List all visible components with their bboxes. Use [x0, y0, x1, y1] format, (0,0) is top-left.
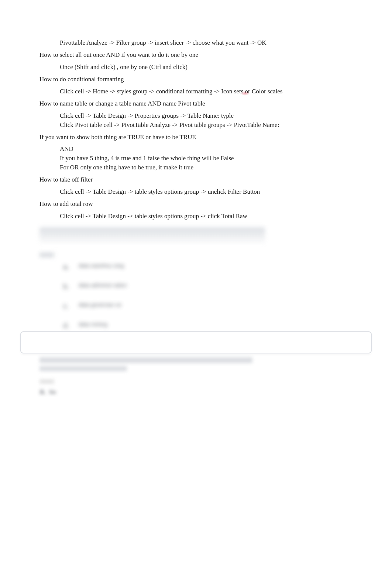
- answer-text: data warehou sing: [79, 262, 124, 269]
- blurred-content-top: a. data warehou sing b. data administ ra…: [39, 227, 353, 331]
- list-item: Click cell -> Table Design -> Properties…: [39, 112, 353, 120]
- answer-row: c. data governan ce: [63, 301, 353, 311]
- list-item: For OR only one thing have to be true, i…: [39, 163, 353, 172]
- answer-letter: c.: [63, 301, 69, 311]
- heading-add-total-row: How to add total row: [39, 200, 353, 208]
- ghost-question-heading: [39, 227, 265, 245]
- bullet-list: Click cell -> Table Design -> table styl…: [39, 212, 353, 221]
- ghost-question2-subheading: [39, 366, 127, 371]
- list-item-text: Click cell -> Table Design -> table styl…: [60, 212, 247, 221]
- list-item-text: Click cell -> Table Design -> Properties…: [60, 112, 234, 120]
- heading-take-off-filter: How to take off filter: [39, 176, 353, 184]
- heading-conditional-formatting: How to do conditional formatting: [39, 75, 353, 84]
- answer-letter: a.: [39, 386, 48, 397]
- heading-name-table: How to name table or change a table name…: [39, 100, 353, 108]
- bullet-list: AND If you have 5 thing, 4 is true and 1…: [39, 145, 353, 172]
- bullet-list: Pivottable Analyze -> Filter group -> in…: [39, 39, 353, 47]
- list-item-text: For OR only one thing have to be true, i…: [60, 163, 193, 172]
- answer-letter: a.: [63, 262, 69, 272]
- bullet-list: Click cell -> Table Design -> Properties…: [39, 112, 353, 130]
- list-item: Click Pivot table cell -> PivotTable Ana…: [39, 121, 353, 130]
- paywall-overlay-bar: [20, 331, 372, 353]
- ghost-answer-label: [39, 252, 54, 258]
- list-item: Once (Shift and click) , one by one (Ctr…: [39, 63, 353, 72]
- list-item: Click cell -> Home -> styles group -> co…: [39, 87, 353, 96]
- ghost-question2-heading: [39, 357, 252, 363]
- answer-letter: b.: [63, 282, 69, 292]
- blurred-content-bottom: a. file: [39, 357, 353, 397]
- list-item-text: AND: [60, 145, 73, 154]
- heading-true-logic: If you want to show both thing are TRUE …: [39, 133, 353, 142]
- answer-row: d. data mining: [63, 321, 353, 331]
- answer-row: a. file: [39, 386, 353, 397]
- list-item-text: Click Pivot table cell -> PivotTable Ana…: [60, 121, 279, 130]
- bullet-list: Click cell -> Home -> styles group -> co…: [39, 87, 353, 96]
- heading-select-all: How to select all out once AND if you wa…: [39, 51, 353, 59]
- list-item: Click cell -> Table Design -> table styl…: [39, 188, 353, 196]
- answer-letter: d.: [63, 321, 69, 331]
- answer-row: b. data administ ration: [63, 282, 353, 292]
- answer-text: data administ ration: [79, 282, 127, 289]
- answer-text: file: [49, 389, 56, 395]
- list-item-text: Click cell -> Table Design -> table styl…: [60, 188, 260, 196]
- list-item: If you have 5 thing, 4 is true and 1 fal…: [39, 154, 353, 163]
- ghost-answer-label: [39, 379, 54, 384]
- bullet-list: Click cell -> Table Design -> table styl…: [39, 188, 353, 196]
- list-item: Click cell -> Table Design -> table styl…: [39, 212, 353, 221]
- list-item-text: If you have 5 thing, 4 is true and 1 fal…: [60, 154, 234, 163]
- answer-text: data mining: [79, 321, 107, 328]
- text-span: Click cell -> Home -> styles group -> co…: [60, 88, 245, 95]
- answer-row: a. data warehou sing: [63, 262, 353, 272]
- list-item: Pivottable Analyze -> Filter group -> in…: [39, 39, 353, 47]
- answer-text: data governan ce: [79, 301, 121, 308]
- list-item-text: Pivottable Analyze -> Filter group -> in…: [60, 39, 267, 47]
- bullet-list: Once (Shift and click) , one by one (Ctr…: [39, 63, 353, 72]
- list-item: AND: [39, 145, 353, 154]
- document-page: Pivottable Analyze -> Filter group -> in…: [0, 0, 392, 576]
- blurred-preview: a. data warehou sing b. data administ ra…: [21, 227, 371, 401]
- list-item-text: Once (Shift and click) , one by one (Ctr…: [60, 63, 188, 72]
- list-item-text: Click cell -> Home -> styles group -> co…: [60, 87, 287, 96]
- text-span: or Color scales –: [245, 88, 288, 95]
